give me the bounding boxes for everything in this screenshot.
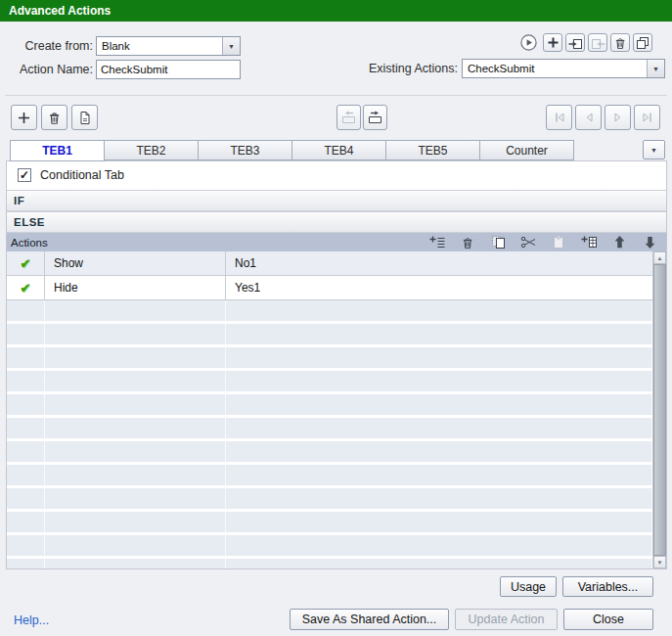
export-action-icon <box>588 33 607 52</box>
action-name-input[interactable] <box>96 60 241 79</box>
new-action-icon[interactable] <box>543 33 562 52</box>
move-decision-left-icon <box>336 105 361 130</box>
variables-button[interactable]: Variables... <box>562 576 653 597</box>
tab-counter[interactable]: Counter <box>479 140 574 160</box>
row-target-cell[interactable]: Yes1 <box>226 276 652 299</box>
if-section-header[interactable]: IF <box>7 190 666 211</box>
dialog-title: Advanced Actions <box>0 0 672 22</box>
nav-next-icon[interactable] <box>605 105 631 130</box>
nav-previous-icon[interactable] <box>575 105 602 130</box>
advanced-actions-dialog: Advanced Actions Create from: Blank ▼ Ac… <box>0 0 672 636</box>
row-action-cell[interactable]: Show <box>45 251 226 275</box>
help-link[interactable]: Help... <box>14 613 49 627</box>
actions-label: Actions <box>7 237 429 249</box>
paste-row-icon <box>551 235 566 250</box>
scroll-down-icon[interactable]: ▼ <box>653 556 666 568</box>
else-section-header[interactable]: ELSE <box>7 211 666 233</box>
green-check-icon: ✔ <box>21 282 31 295</box>
create-from-label: Create from: <box>0 39 93 53</box>
table-row-empty[interactable] <box>7 394 652 415</box>
table-row-empty[interactable] <box>7 441 652 462</box>
nav-first-icon[interactable] <box>546 105 572 130</box>
vertical-scrollbar[interactable]: ▲ ▼ <box>652 251 666 568</box>
table-row-empty[interactable] <box>7 324 652 344</box>
tab-teb2[interactable]: TEB2 <box>104 140 199 160</box>
table-row-empty[interactable] <box>7 559 652 568</box>
table-row-empty[interactable] <box>7 300 652 321</box>
conditional-tab-label: Conditional Tab <box>40 168 124 182</box>
row-action-cell[interactable]: Hide <box>45 276 226 299</box>
update-action-button: Update Action <box>455 609 558 630</box>
scroll-up-icon[interactable]: ▲ <box>653 251 666 264</box>
add-row-icon[interactable] <box>429 235 445 250</box>
table-row-empty[interactable] <box>7 371 652 391</box>
duplicate-action-icon[interactable] <box>633 33 652 52</box>
move-row-down-icon[interactable] <box>642 235 657 250</box>
tab-teb1[interactable]: TEB1 <box>10 140 105 161</box>
tab-teb5[interactable]: TEB5 <box>385 140 480 160</box>
green-check-icon: ✔ <box>21 257 31 270</box>
tab-overflow-icon[interactable]: ▼ <box>643 140 665 159</box>
table-row-empty[interactable] <box>7 512 652 532</box>
scrollbar-thumb[interactable] <box>653 264 666 556</box>
action-name-label: Action Name: <box>0 63 93 76</box>
tab-teb4[interactable]: TEB4 <box>291 140 386 160</box>
create-from-dropdown[interactable]: Blank ▼ <box>96 36 241 56</box>
duplicate-decision-icon[interactable] <box>71 105 98 130</box>
divider <box>5 95 667 96</box>
close-button[interactable]: Close <box>563 609 653 630</box>
delete-decision-icon[interactable] <box>41 105 67 130</box>
nav-last-icon[interactable] <box>634 105 660 130</box>
conditional-tab-checkbox[interactable]: ✓ <box>18 168 31 182</box>
actions-rows: ✔ Show No1 ✔ Hide Yes1 <box>7 251 652 568</box>
actions-toolbar <box>429 235 666 250</box>
row-valid-cell: ✔ <box>7 251 45 275</box>
delete-row-icon[interactable] <box>460 235 475 250</box>
chevron-down-icon[interactable]: ▼ <box>647 60 664 77</box>
table-row-empty[interactable] <box>7 535 652 556</box>
create-from-value: Blank <box>97 37 222 55</box>
existing-actions-value: CheckSubmit <box>463 60 647 77</box>
existing-actions-dropdown[interactable]: CheckSubmit ▼ <box>462 59 665 78</box>
conditional-tab-row: ✓ Conditional Tab <box>7 161 666 190</box>
table-row[interactable]: ✔ Show No1 <box>7 251 652 276</box>
table-row-empty[interactable] <box>7 465 652 485</box>
table-row-empty[interactable] <box>7 347 652 368</box>
cut-row-icon[interactable] <box>520 235 536 250</box>
copy-row-icon[interactable] <box>490 235 506 250</box>
actions-header-bar: Actions <box>7 233 666 251</box>
row-target-cell[interactable]: No1 <box>226 251 652 275</box>
add-decision-icon[interactable] <box>11 105 37 130</box>
move-row-up-icon[interactable] <box>611 235 627 250</box>
table-row-empty[interactable] <box>7 488 652 509</box>
row-valid-cell: ✔ <box>7 276 45 299</box>
chevron-down-icon[interactable]: ▼ <box>222 37 240 55</box>
check-icon: ✓ <box>20 169 29 181</box>
delete-action-icon[interactable] <box>610 33 630 52</box>
table-row-empty[interactable] <box>7 418 652 438</box>
import-action-icon[interactable] <box>565 33 585 52</box>
insert-row-icon[interactable] <box>581 235 597 250</box>
preview-action-icon[interactable] <box>520 34 537 51</box>
save-as-shared-action-button[interactable]: Save As Shared Action... <box>290 609 449 630</box>
decision-tabs: TEB1TEB2TEB3TEB4TEB5Counter <box>10 140 574 160</box>
move-decision-right-icon[interactable] <box>363 105 387 130</box>
table-row[interactable]: ✔ Hide Yes1 <box>7 276 652 300</box>
decision-panel: ✓ Conditional Tab IF ELSE Actions <box>6 160 667 569</box>
tab-teb3[interactable]: TEB3 <box>198 140 292 160</box>
actions-table: ✔ Show No1 ✔ Hide Yes1 <box>7 251 666 568</box>
existing-actions-label: Existing Actions: <box>329 62 458 75</box>
usage-button[interactable]: Usage <box>500 576 557 597</box>
